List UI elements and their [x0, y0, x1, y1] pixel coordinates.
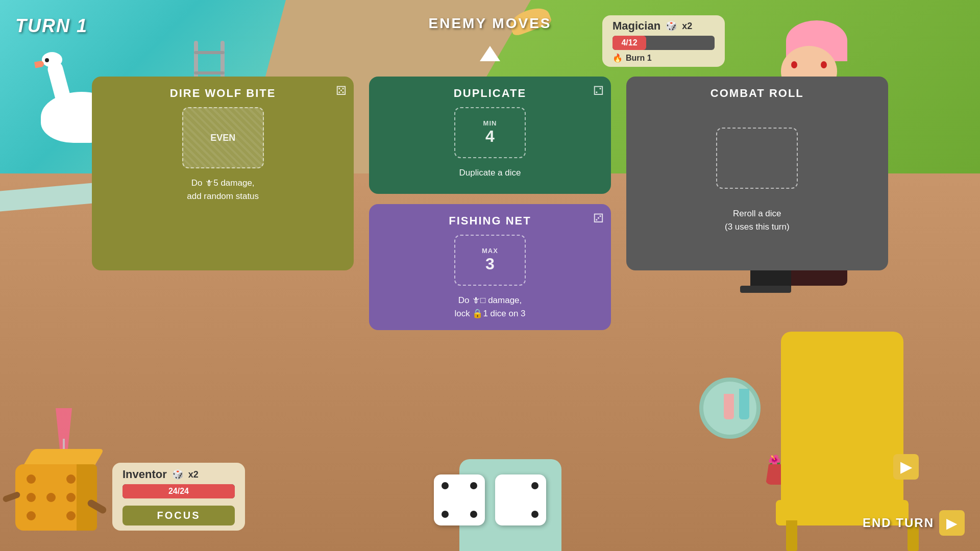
card-fishing-net-slot: MAX 3	[454, 235, 526, 286]
card-duplicate-min-value: 4	[485, 127, 495, 146]
player-health-text: 24/24	[168, 487, 189, 496]
pip	[456, 496, 463, 504]
pip	[503, 482, 510, 489]
card-combat-roll[interactable]: COMBAT ROLL Reroll a dice(3 uses this tu…	[626, 77, 888, 270]
enemy-dice-count: x2	[682, 21, 692, 32]
card-combat-roll-description: Reroll a dice(3 uses this turn)	[636, 207, 878, 233]
pip	[442, 482, 449, 489]
turn-indicator: TURN 1	[15, 15, 88, 37]
card-duplicate[interactable]: DUPLICATE ⚁ MIN 4 Duplicate a dice	[369, 77, 610, 194]
enemy-name: Magician	[612, 19, 660, 33]
card-combat-roll-slot	[716, 128, 798, 189]
end-turn-button[interactable]: END TURN ▶	[863, 510, 965, 536]
card-dire-wolf-description: Do 🗡5 damage,add random status	[102, 177, 344, 203]
cards-area: DIRE WOLF BITE ⚄ EVEN Do 🗡5 damage,add r…	[92, 77, 888, 330]
card-fishing-net-dice: ⚂	[593, 211, 604, 226]
pip	[456, 511, 463, 518]
inventor-cube-decoration	[10, 449, 97, 541]
enemy-health-text: 4/12	[621, 38, 637, 47]
card-dire-wolf-dice: ⚄	[336, 84, 347, 98]
enemy-health-panel: Magician 🎲 x2 4/12 🔥 Burn 1	[602, 15, 725, 67]
card-fishing-net-title: FISHING NET	[379, 214, 600, 228]
pip	[470, 496, 477, 504]
end-turn-label: END TURN	[863, 516, 934, 530]
card-fishing-net-max-label: MAX	[482, 247, 498, 255]
card-duplicate-slot: MIN 4	[454, 107, 526, 158]
dice-area	[434, 474, 546, 525]
player-health-bar-container: 24/24	[122, 484, 235, 498]
player-dice-count: x2	[188, 469, 199, 480]
enemy-move-arrow	[480, 46, 500, 61]
pip	[442, 496, 449, 504]
card-dire-wolf-slot: EVEN	[182, 107, 264, 168]
player-health-bar-fill: 24/24	[122, 484, 235, 498]
end-turn-arrow-icon: ▶	[939, 510, 965, 536]
card-combat-roll-title: COMBAT ROLL	[636, 87, 878, 100]
card-duplicate-title: DUPLICATE	[379, 87, 600, 100]
pip	[531, 482, 538, 489]
pip	[456, 482, 463, 489]
enemy-burn-status: 🔥 Burn 1	[612, 53, 715, 63]
card-fishing-net-max-value: 3	[485, 255, 495, 273]
enemy-health-bar-fill: 4/12	[612, 36, 646, 50]
card-dire-wolf-title: DIRE WOLF BITE	[102, 87, 344, 100]
player-health-panel: Inventor 🎲 x2 24/24 FOCUS	[112, 463, 245, 531]
center-cards-column: DUPLICATE ⚁ MIN 4 Duplicate a dice FISHI…	[369, 77, 610, 330]
enemy-health-bar-container: 4/12	[612, 36, 715, 50]
die-2[interactable]	[495, 474, 546, 525]
card-fishing-net[interactable]: FISHING NET ⚂ MAX 3 Do 🗡□ damage,lock 🔒1…	[369, 204, 610, 330]
card-dire-wolf-bite[interactable]: DIRE WOLF BITE ⚄ EVEN Do 🗡5 damage,add r…	[92, 77, 354, 270]
enemy-dice-icon: 🎲	[666, 20, 677, 32]
pip	[531, 511, 538, 518]
focus-button[interactable]: FOCUS	[122, 506, 235, 525]
card-duplicate-description: Duplicate a dice	[379, 166, 600, 180]
card-duplicate-dice: ⚁	[593, 84, 604, 98]
pip	[470, 482, 477, 489]
chair-arrow-decoration: ▶	[893, 454, 919, 480]
enemy-status-text: Burn 1	[626, 54, 652, 63]
card-duplicate-min-label: MIN	[483, 119, 497, 127]
pip	[531, 496, 538, 504]
drink-glass-1	[739, 389, 749, 419]
player-dice-icon: 🎲	[172, 469, 183, 480]
pip	[442, 511, 449, 518]
pip	[503, 496, 510, 504]
enemy-moves-label: ENEMY MOVES	[429, 15, 552, 32]
pip	[517, 482, 524, 489]
card-dire-wolf-slot-label: EVEN	[210, 133, 235, 143]
cocktail-glass	[51, 388, 77, 449]
drink-glass-2	[724, 394, 734, 419]
pip	[503, 511, 510, 518]
pip	[470, 511, 477, 518]
card-fishing-net-description: Do 🗡□ damage,lock 🔒1 dice on 3	[379, 294, 600, 320]
pip	[517, 496, 524, 504]
pip	[517, 511, 524, 518]
die-1[interactable]	[434, 474, 485, 525]
player-name: Inventor	[122, 468, 167, 481]
